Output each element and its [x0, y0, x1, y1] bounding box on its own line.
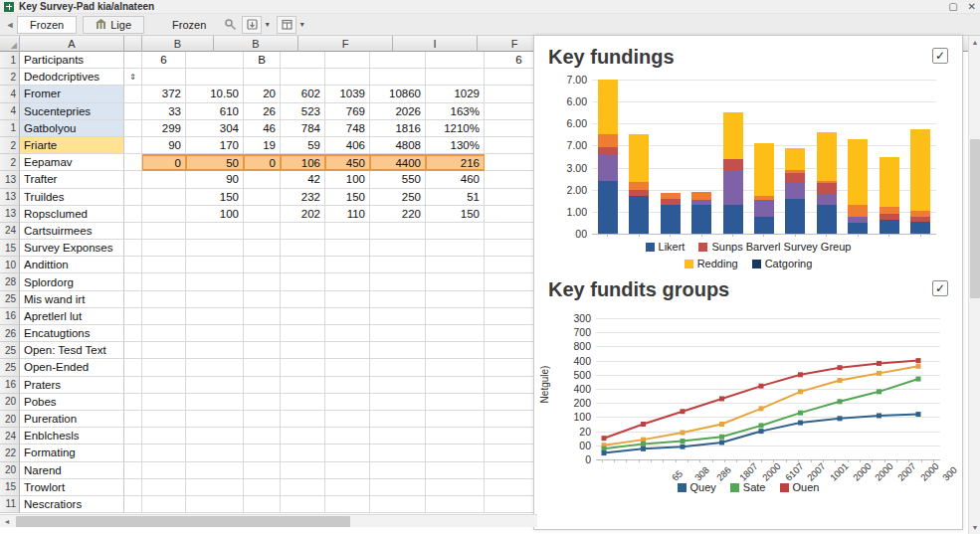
cell[interactable] [426, 223, 485, 240]
spinner-cell[interactable] [124, 428, 142, 445]
row-header[interactable]: 25 [0, 342, 20, 359]
row-header[interactable]: 13 [0, 189, 20, 206]
paste-dropdown-arrow[interactable]: ▼ [264, 21, 271, 28]
cell[interactable]: 163% [426, 103, 485, 120]
calendar-icon[interactable] [277, 16, 296, 34]
cell[interactable]: 250 [370, 189, 426, 206]
cell[interactable] [281, 273, 325, 290]
cell[interactable] [370, 428, 426, 445]
row-label-cell[interactable]: Eepamav [20, 154, 124, 171]
frozen-button[interactable]: Frozen [164, 16, 214, 34]
row-header[interactable]: 25 [0, 359, 20, 376]
cell[interactable]: 220 [370, 206, 426, 223]
spinner-cell[interactable] [124, 103, 142, 120]
cell[interactable] [142, 462, 186, 479]
cell[interactable] [325, 308, 370, 325]
row-header[interactable]: 1 [0, 52, 20, 69]
spinner-cell[interactable] [124, 257, 142, 273]
cell[interactable] [370, 325, 426, 342]
spinner-cell[interactable] [124, 120, 142, 137]
cell[interactable] [186, 69, 244, 86]
spinner-cell[interactable] [124, 154, 142, 171]
cell[interactable] [325, 479, 370, 496]
calendar-dropdown-arrow[interactable]: ▼ [298, 21, 305, 28]
cell[interactable] [325, 52, 370, 69]
cell[interactable] [142, 240, 186, 257]
spinner-cell[interactable] [124, 171, 142, 188]
cell[interactable] [186, 462, 244, 479]
row-label-cell[interactable]: Open: Tesd Text [20, 342, 124, 359]
spinner-cell[interactable] [124, 52, 142, 69]
cell[interactable]: 460 [426, 171, 485, 188]
row-header[interactable]: 16 [0, 377, 20, 394]
row-header[interactable]: 28 [0, 273, 20, 290]
stacked-bar[interactable] [754, 143, 774, 234]
cell[interactable] [186, 240, 244, 257]
cell[interactable] [370, 445, 426, 461]
cell[interactable]: 6 [142, 52, 186, 69]
cell[interactable] [186, 291, 244, 308]
cell[interactable] [370, 257, 426, 273]
horizontal-scrollbar[interactable]: ◄ [0, 514, 537, 527]
cell[interactable] [244, 462, 281, 479]
cell[interactable] [370, 479, 426, 496]
cell[interactable] [244, 257, 281, 273]
row-header[interactable]: 2 [0, 154, 20, 171]
cell[interactable] [426, 428, 485, 445]
cell[interactable]: 299 [142, 120, 186, 137]
cell[interactable] [370, 359, 426, 376]
row-label-cell[interactable]: Splordorg [20, 273, 124, 290]
cell[interactable] [325, 273, 370, 290]
row-label-cell[interactable]: Dedodcriptives [20, 69, 124, 86]
cell[interactable] [325, 394, 370, 411]
cell[interactable] [186, 52, 244, 69]
cell[interactable] [370, 223, 426, 240]
row-header[interactable]: 13 [0, 171, 20, 188]
row-header[interactable]: 20 [0, 394, 20, 411]
horizontal-scroll-thumb[interactable] [16, 516, 350, 527]
chart1-checkbox[interactable]: ✓ [932, 48, 948, 64]
cell[interactable]: 106 [281, 154, 325, 171]
cell[interactable] [142, 411, 186, 428]
column-header[interactable]: A [20, 36, 124, 52]
row-header[interactable]: 16 [0, 308, 20, 325]
row-header[interactable]: 20 [0, 411, 20, 428]
stacked-bar[interactable] [661, 193, 681, 234]
cell[interactable]: 1816 [370, 120, 426, 137]
row-header[interactable]: 10 [0, 257, 20, 273]
cell[interactable] [281, 342, 325, 359]
cell[interactable]: 602 [281, 86, 325, 102]
tab-lige[interactable]: Lige [83, 16, 144, 34]
cell[interactable]: 20 [244, 86, 281, 102]
cell[interactable] [370, 342, 426, 359]
cell[interactable] [244, 223, 281, 240]
row-label-cell[interactable]: Enblchesls [20, 428, 124, 445]
cell[interactable]: 130% [426, 137, 485, 154]
spinner-cell[interactable] [124, 206, 142, 223]
row-label-cell[interactable]: Participants [20, 52, 124, 69]
spinner-cell[interactable] [124, 240, 142, 257]
cell[interactable]: 372 [142, 86, 186, 102]
cell[interactable] [325, 428, 370, 445]
cell[interactable] [370, 462, 426, 479]
cell[interactable]: 232 [281, 189, 325, 206]
cell[interactable] [325, 291, 370, 308]
cell[interactable]: 216 [426, 154, 485, 171]
cell[interactable] [142, 291, 186, 308]
cell[interactable] [426, 308, 485, 325]
cell[interactable] [142, 273, 186, 290]
cell[interactable] [186, 273, 244, 290]
cell[interactable] [370, 52, 426, 69]
cell[interactable]: 42 [281, 171, 325, 188]
cell[interactable] [281, 377, 325, 394]
spinner-cell[interactable] [124, 342, 142, 359]
cell[interactable] [244, 171, 281, 188]
cell[interactable] [186, 496, 244, 513]
cell[interactable] [426, 257, 485, 273]
row-label-cell[interactable]: Nescratiors [20, 496, 124, 513]
cell[interactable] [325, 411, 370, 428]
cell[interactable] [426, 394, 485, 411]
cell[interactable]: 406 [325, 137, 370, 154]
cell[interactable] [244, 445, 281, 461]
cell[interactable] [186, 445, 244, 461]
